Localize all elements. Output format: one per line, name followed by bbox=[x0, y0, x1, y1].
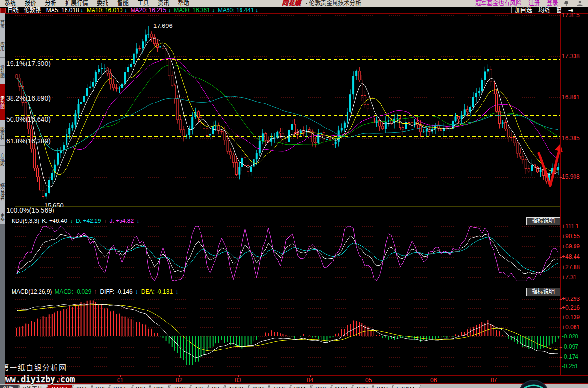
indicator-tab-boll[interactable]: BOLL bbox=[107, 385, 133, 388]
price-axis-tick-3: 16.385 bbox=[562, 135, 587, 142]
indicator-tab-dmi[interactable]: DMI bbox=[148, 385, 170, 388]
macd-axis-tickmark-4 bbox=[560, 337, 562, 337]
floating-assistant-ball[interactable] bbox=[517, 379, 550, 388]
ma-reading-3: MA30: 16.361 bbox=[174, 7, 210, 13]
indicator-reading-arrow-1: ↑ bbox=[104, 218, 107, 224]
indicator-reading-1: DIFF: -0.146 bbox=[100, 288, 132, 295]
indicator-tab-label: DMI bbox=[154, 385, 164, 388]
indicator-tab-label: DPO bbox=[253, 385, 264, 388]
indicator-tab-sar[interactable]: SAR bbox=[371, 385, 393, 388]
indicator-tab-trix[interactable]: TRIX bbox=[267, 385, 291, 388]
price-chart-canvas[interactable] bbox=[5, 13, 588, 217]
chart-toolbar: 日线 伦敦银 MA5: 16.018↓MA10: 16.010↓MA20: 16… bbox=[0, 7, 588, 13]
indicator-tab-label: KDJ bbox=[76, 385, 86, 388]
indicator-tab-label: TRIX bbox=[273, 385, 285, 388]
sidebar-item-6[interactable]: 综合排名 bbox=[0, 173, 5, 210]
indicator-tab-macd[interactable]: MACD bbox=[46, 385, 73, 388]
macd-indicator-help-button[interactable]: 指标说明 bbox=[526, 288, 560, 296]
indicator-tab-kdj[interactable]: KDJ bbox=[70, 385, 92, 388]
period-label[interactable]: 日线 bbox=[7, 7, 19, 13]
titlebar-link-2[interactable]: 登录 bbox=[547, 0, 558, 7]
sidebar-item-5[interactable]: 自选股 bbox=[0, 146, 5, 173]
menu-item-1[interactable]: 报价 bbox=[20, 0, 40, 7]
macd-axis-tick-1: +0.216 bbox=[562, 305, 587, 311]
price-axis-tickmark-1 bbox=[560, 57, 562, 57]
indicator-tab-label: ARBR bbox=[228, 385, 243, 388]
menu-item-7[interactable]: 资讯 bbox=[153, 0, 174, 7]
indicator-tab-expma[interactable]: EXPMA bbox=[391, 385, 421, 388]
indicator-tab-bias[interactable]: BIAS bbox=[167, 385, 191, 388]
month-tick-03 bbox=[238, 375, 239, 377]
ma-arrow-0: ↓ bbox=[80, 7, 83, 13]
user-icon[interactable] bbox=[576, 0, 583, 6]
kdj-title: KDJ(9,3,3) bbox=[12, 218, 39, 224]
indicator-tab-dma[interactable]: DMA bbox=[288, 385, 311, 388]
sidebar-item-2[interactable]: 价对图 bbox=[0, 58, 5, 84]
toolbar-button-0[interactable]: 加自选 bbox=[511, 7, 535, 13]
price-axis-tickmark-4 bbox=[560, 177, 562, 178]
fib-level-label-4: 61.8%(16.389) bbox=[6, 138, 51, 145]
ma-readout-row: 日线 伦敦银 MA5: 16.018↓MA10: 16.010↓MA20: 16… bbox=[7, 7, 265, 13]
price-axis-tick-4: 15.908 bbox=[562, 174, 587, 180]
ma-reading-0: MA5: 16.018 bbox=[46, 7, 79, 13]
indicator-tab-label: DMA bbox=[294, 385, 306, 388]
kdj-axis-tick-4: +27.88 bbox=[562, 264, 587, 271]
axis-separator bbox=[560, 13, 561, 375]
titlebar-link-1[interactable]: 注册 bbox=[528, 0, 540, 7]
kdj-chart-canvas[interactable] bbox=[5, 225, 588, 287]
ma-reading-4: MA60: 16.441 bbox=[218, 7, 254, 13]
indicator-tab-label: EXPMA bbox=[397, 385, 415, 388]
indicator-tab-rsi[interactable]: RSI bbox=[90, 385, 110, 388]
indicator-tab-psy[interactable]: PSY bbox=[309, 385, 332, 388]
month-label-03: 03 bbox=[235, 377, 241, 384]
menu-item-2[interactable]: 分析 bbox=[40, 0, 61, 7]
divider bbox=[5, 13, 588, 14]
indicator-tab-k线工具[interactable]: K线工具 bbox=[17, 385, 48, 388]
indicator-tab-wr[interactable]: WR bbox=[130, 385, 150, 388]
kdj-axis-tick-0: +111.1 bbox=[562, 223, 587, 230]
titlebar-link-0[interactable]: 冠军基金也有风险 bbox=[475, 0, 521, 7]
indicator-tab-arbr[interactable]: ARBR bbox=[223, 385, 249, 388]
toolbar-button-2[interactable]: 窗 bbox=[553, 7, 565, 13]
menu-item-5[interactable]: 智能 bbox=[113, 0, 133, 7]
indicator-tab-设置[interactable]: 设置 bbox=[0, 385, 19, 388]
sidebar-item-0[interactable]: 首页 bbox=[0, 13, 5, 35]
menu-item-3[interactable]: 扩展行情 bbox=[61, 0, 93, 7]
sidebar-item-1[interactable]: 应用 bbox=[0, 35, 5, 58]
menu-item-6[interactable]: 工具 bbox=[133, 0, 153, 7]
kdj-header: KDJ(9,3,3)K: +46.40↓D: +42.19↑J: +54.82↓ bbox=[5, 217, 532, 225]
indicator-tab-bar: 设置K线工具MACDKDJRSIBOLLWRDMIBIASASIVRARBRDP… bbox=[0, 384, 588, 388]
indicator-tab-label: MACD bbox=[52, 385, 67, 388]
indicator-reading-2: J: +54.82 bbox=[109, 218, 134, 224]
macd-chart-canvas[interactable] bbox=[5, 296, 588, 375]
kdj-axis-tick-5: +7.31 bbox=[562, 274, 587, 281]
indicator-tab-mtm[interactable]: MTM bbox=[329, 385, 353, 388]
indicator-tab-label: WR bbox=[136, 385, 145, 388]
menu-item-8[interactable]: 帮助 bbox=[174, 0, 194, 7]
kdj-axis-tickmark-5 bbox=[560, 278, 562, 278]
indicator-tab-vr[interactable]: VR bbox=[206, 385, 225, 388]
month-tick-06 bbox=[434, 375, 434, 377]
month-label-01: 01 bbox=[117, 377, 123, 384]
sidebar-item-7[interactable]: 更多 bbox=[0, 210, 5, 224]
indicator-reading-arrow-0: ↓ bbox=[70, 218, 73, 224]
menu-item-4[interactable]: 委托 bbox=[93, 0, 113, 7]
bell-icon[interactable] bbox=[563, 0, 570, 6]
indicator-tab-obv[interactable]: OBV bbox=[350, 385, 373, 388]
price-axis-tickmark-2 bbox=[560, 98, 562, 98]
sidebar-item-4[interactable]: 股资料 bbox=[0, 120, 5, 146]
toolbar-button-1[interactable]: 均线 bbox=[535, 7, 553, 13]
sidebar-item-3[interactable]: 走势图 bbox=[0, 84, 5, 120]
indicator-tab-label: K线工具 bbox=[23, 385, 42, 388]
menu-item-0[interactable]: 系统 bbox=[0, 0, 20, 7]
indicator-tab-dpo[interactable]: DPO bbox=[246, 385, 269, 388]
symbol-label[interactable]: 伦敦银 bbox=[24, 7, 41, 13]
kdj-indicator-help-button[interactable]: 指标说明 bbox=[526, 217, 560, 225]
high-price-annotation: 17.696 bbox=[153, 22, 173, 29]
jump-window-icon[interactable]: ⇥ bbox=[565, 7, 576, 13]
ma-arrow-1: ↓ bbox=[124, 7, 127, 13]
indicator-tab-asi[interactable]: ASI bbox=[188, 385, 208, 388]
macd-axis-tick-0: +0.293 bbox=[562, 296, 587, 302]
indicator-tab-label: ASI bbox=[194, 385, 203, 388]
kdj-axis-tickmark-2 bbox=[560, 247, 562, 247]
